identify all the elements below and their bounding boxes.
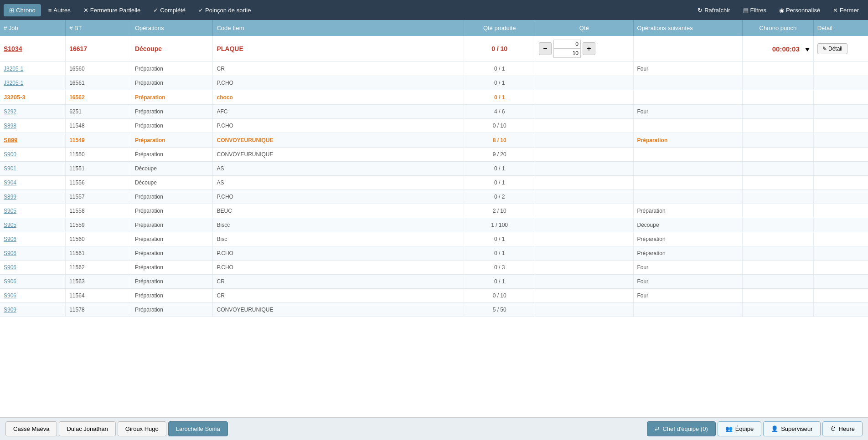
cell-operation: Préparation — [131, 275, 213, 289]
cell-detail — [813, 90, 868, 105]
job-link[interactable]: S898 — [4, 123, 16, 129]
job-link[interactable]: S900 — [4, 151, 16, 158]
job-link[interactable]: S909 — [4, 307, 16, 313]
cell-job: S906 — [0, 275, 66, 289]
cell-code-item: CR — [213, 62, 464, 76]
table-row: S2926251PréparationAFC4 / 6Four — [0, 105, 868, 119]
table-row: S90511559PréparationBiscc1 / 100Découpe — [0, 218, 868, 232]
cell-detail — [813, 162, 868, 176]
qty-input-bottom[interactable] — [553, 49, 581, 58]
cell-code-item: PLAQUE — [213, 36, 464, 62]
table-body: S103416617DécoupePLAQUE0 / 10 − + 00:00:… — [0, 36, 868, 317]
nav-complete[interactable]: ✓ Complété — [148, 4, 191, 16]
detail-button[interactable]: ✎ Détail — [817, 43, 847, 54]
col-header-operations: Opérations — [131, 20, 213, 36]
job-link[interactable]: S899 — [4, 137, 17, 143]
cell-ops-suivantes: Préparation — [633, 232, 742, 246]
col-header-code-item: Code Item — [213, 20, 464, 36]
check-icon-p: ✓ — [198, 7, 203, 14]
job-link[interactable]: J3205-3 — [4, 94, 26, 101]
job-link[interactable]: S906 — [4, 292, 16, 299]
cell-operation: Préparation — [131, 218, 213, 232]
filter-icon: ▤ — [743, 7, 749, 14]
cell-bt: 11563 — [66, 275, 131, 289]
cell-operation: Préparation — [131, 76, 213, 90]
cell-qte-controls — [535, 218, 633, 232]
job-link[interactable]: S906 — [4, 250, 16, 256]
job-link[interactable]: S906 — [4, 236, 16, 242]
supervisor-icon: 👤 — [771, 425, 778, 432]
cell-operation: Préparation — [131, 303, 213, 317]
nav-personnalise-label: Personnalisé — [786, 7, 820, 14]
cell-job: S292 — [0, 105, 66, 119]
cell-job: S904 — [0, 176, 66, 190]
cell-ops-suivantes — [633, 90, 742, 105]
cell-qte-controls — [535, 190, 633, 204]
table-row: S103416617DécoupePLAQUE0 / 10 − + 00:00:… — [0, 36, 868, 62]
cell-ops-suivantes: Préparation — [633, 133, 742, 148]
bottom-right-actions: ⇄ Chef d'équipe (0) 👥 Équipe 👤 Supervise… — [647, 421, 863, 436]
equipe-button[interactable]: 👥 Équipe — [718, 421, 761, 436]
job-link[interactable]: S899 — [4, 194, 16, 200]
nav-rafraichir[interactable]: ↻ Rafraîchir — [692, 4, 735, 16]
cell-qte-produite: 0 / 10 — [464, 119, 535, 133]
superviseur-button[interactable]: 👤 Superviseur — [763, 421, 820, 436]
job-link[interactable]: S292 — [4, 108, 16, 115]
cell-code-item: Biscc — [213, 218, 464, 232]
nav-filtres[interactable]: ▤ Filtres — [738, 4, 772, 16]
job-link[interactable]: S904 — [4, 179, 16, 186]
nav-autres[interactable]: ≡ Autres — [43, 4, 76, 16]
job-link[interactable]: S906 — [4, 264, 16, 271]
cell-operation: Préparation — [131, 90, 213, 105]
job-link[interactable]: J3205-1 — [4, 80, 23, 86]
cell-detail — [813, 275, 868, 289]
nav-fermer[interactable]: ✕ Fermer — [827, 4, 864, 16]
qty-input-top[interactable] — [553, 40, 581, 49]
cell-detail — [813, 176, 868, 190]
cell-operation: Préparation — [131, 105, 213, 119]
list-icon: ≡ — [48, 7, 52, 14]
cell-detail — [813, 232, 868, 246]
table-row: J3205-116560PréparationCR0 / 1Four — [0, 62, 868, 76]
job-link[interactable]: S906 — [4, 278, 16, 285]
job-link[interactable]: S905 — [4, 222, 16, 228]
job-link[interactable]: S905 — [4, 208, 16, 214]
cell-chrono-punch — [743, 204, 814, 218]
cell-bt: 11560 — [66, 232, 131, 246]
cell-ops-suivantes: Four — [633, 261, 742, 275]
user-dulac[interactable]: Dulac Jonathan — [59, 421, 115, 436]
job-link[interactable]: S1034 — [4, 45, 22, 52]
nav-fermeture-partielle[interactable]: ✕ Fermeture Partielle — [78, 4, 146, 16]
qty-decrease-button[interactable]: − — [539, 42, 552, 55]
cell-qte-produite: 0 / 2 — [464, 190, 535, 204]
cell-qte-produite: 0 / 10 — [464, 289, 535, 303]
cell-bt: 11550 — [66, 148, 131, 162]
cell-code-item: P.CHO — [213, 76, 464, 90]
table-row: S90611563PréparationCR0 / 1Four — [0, 275, 868, 289]
heure-button[interactable]: ⏱ Heure — [822, 421, 863, 436]
cell-operation: Préparation — [131, 204, 213, 218]
nav-chrono[interactable]: ⊞ Chrono — [4, 4, 41, 16]
col-header-chrono-punch: Chrono punch — [743, 20, 814, 36]
cell-qte-controls — [535, 133, 633, 148]
nav-poincon[interactable]: ✓ Poinçon de sortie — [193, 4, 256, 16]
cell-code-item: CR — [213, 289, 464, 303]
cell-qte-produite: 9 / 20 — [464, 148, 535, 162]
table-row: S90011550PréparationCONVOYEURUNIQUE9 / 2… — [0, 148, 868, 162]
nav-chrono-label: Chrono — [16, 7, 36, 14]
table-header-row: # Job # BT Opérations Code Item Qté prod… — [0, 20, 868, 36]
nav-autres-label: Autres — [53, 7, 71, 14]
qty-increase-button[interactable]: + — [583, 42, 595, 55]
user-larochelle[interactable]: Larochelle Sonia — [168, 421, 228, 436]
job-link[interactable]: J3205-1 — [4, 66, 23, 72]
user-casse[interactable]: Cassé Maéva — [5, 421, 57, 436]
cell-chrono-punch — [743, 232, 814, 246]
cell-bt: 11557 — [66, 190, 131, 204]
nav-personnalise[interactable]: ◉ Personnalisé — [774, 4, 826, 16]
cell-qte-controls — [535, 62, 633, 76]
job-link[interactable]: S901 — [4, 165, 16, 172]
user-giroux[interactable]: Giroux Hugo — [118, 421, 166, 436]
chef-equipe-button[interactable]: ⇄ Chef d'équipe (0) — [647, 421, 715, 436]
cell-code-item: P.CHO — [213, 246, 464, 261]
cell-bt: 16562 — [66, 90, 131, 105]
